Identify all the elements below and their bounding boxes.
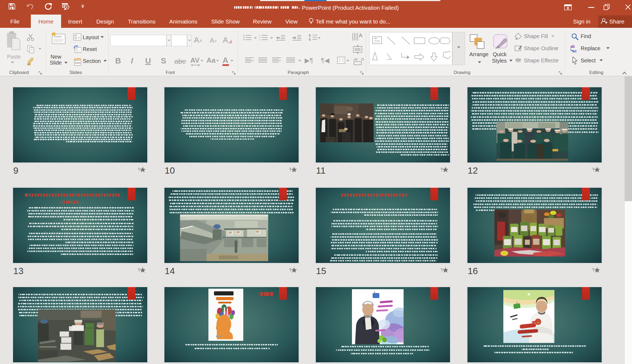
- svg-text:ab: ab: [570, 44, 575, 49]
- svg-text:3: 3: [259, 39, 261, 41]
- svg-text:ac: ac: [573, 49, 577, 53]
- svg-text:A: A: [359, 32, 362, 38]
